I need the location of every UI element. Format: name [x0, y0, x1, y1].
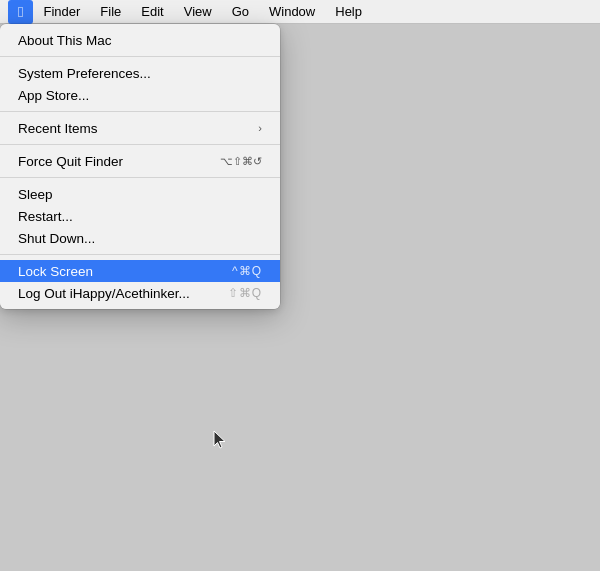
- app-store-item[interactable]: App Store...: [0, 84, 280, 106]
- about-this-mac-item[interactable]: About This Mac: [0, 29, 280, 51]
- lock-screen-shortcut: ^⌘Q: [232, 264, 262, 278]
- chevron-right-icon: ›: [258, 122, 262, 134]
- separator-4: [0, 177, 280, 178]
- file-menu-item[interactable]: File: [90, 0, 131, 24]
- force-quit-finder-item[interactable]: Force Quit Finder ⌥⇧⌘↺: [0, 150, 280, 172]
- apple-dropdown-menu: About This Mac System Preferences... App…: [0, 24, 280, 309]
- shut-down-item[interactable]: Shut Down...: [0, 227, 280, 249]
- log-out-shortcut: ⇧⌘Q: [228, 286, 262, 300]
- system-preferences-item[interactable]: System Preferences...: [0, 62, 280, 84]
- restart-item[interactable]: Restart...: [0, 205, 280, 227]
- log-out-item[interactable]: Log Out iHappy/Acethinker... ⇧⌘Q: [0, 282, 280, 304]
- menu-bar:  Finder File Edit View Go Window Help: [0, 0, 600, 24]
- recent-items-item[interactable]: Recent Items ›: [0, 117, 280, 139]
- apple-menu-item[interactable]: : [8, 0, 33, 24]
- separator-1: [0, 56, 280, 57]
- lock-screen-item[interactable]: Lock Screen ^⌘Q: [0, 260, 280, 282]
- separator-2: [0, 111, 280, 112]
- separator-5: [0, 254, 280, 255]
- separator-3: [0, 144, 280, 145]
- sleep-item[interactable]: Sleep: [0, 183, 280, 205]
- view-menu-item[interactable]: View: [174, 0, 222, 24]
- go-menu-item[interactable]: Go: [222, 0, 259, 24]
- help-menu-item[interactable]: Help: [325, 0, 372, 24]
- finder-menu-item[interactable]: Finder: [33, 0, 90, 24]
- window-menu-item[interactable]: Window: [259, 0, 325, 24]
- force-quit-shortcut: ⌥⇧⌘↺: [220, 155, 262, 168]
- edit-menu-item[interactable]: Edit: [131, 0, 173, 24]
